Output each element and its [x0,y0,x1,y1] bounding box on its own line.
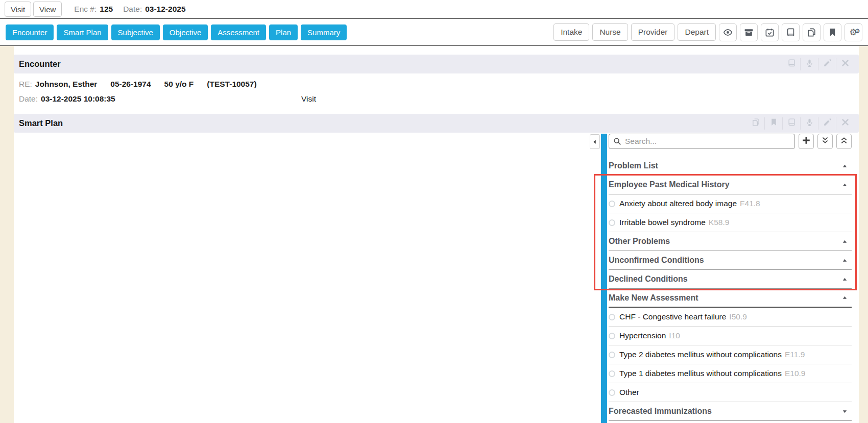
patient-info: RE: Johnson, Esther 05-26-1974 50 y/o F … [14,73,859,114]
calendar-check-button[interactable] [761,23,779,41]
book-button[interactable] [782,23,800,41]
search-icon [613,137,621,145]
section-header-unconfirmed-conditions[interactable]: Unconfirmed Conditions [609,251,852,270]
encounter-date: Date: 03-12-2025 [123,5,185,14]
close-button[interactable] [836,58,854,70]
calendar-check-icon [765,28,775,37]
copy-button[interactable] [803,23,821,41]
search-input[interactable] [609,134,795,149]
list-item-type-2-diabetes-mellitus-without-complications[interactable]: Type 2 diabetes mellitus without complic… [609,345,852,364]
item-code: I10 [669,331,680,340]
radio-circle-icon[interactable] [609,333,615,339]
enc-number-label: Enc #: [74,5,97,14]
list-item-chf-congestive-heart-failure[interactable]: CHF - Congestive heart failure I50.9 [609,308,852,327]
microphone-button[interactable] [800,117,818,130]
section-header-declined-conditions[interactable]: Declined Conditions [609,270,852,289]
section-header-label: Unconfirmed Conditions [609,256,704,265]
copy-button[interactable] [747,117,764,130]
stage-buttons: IntakeNurseProviderDepart [553,23,716,41]
smart-plan-title: Smart Plan [19,118,63,128]
pencil-button[interactable] [818,117,836,130]
triangle-up-icon[interactable] [842,277,848,282]
collapse-all-button[interactable] [836,134,852,149]
triangle-up-icon[interactable] [842,258,848,263]
item-label: Type 1 diabetes mellitus without complic… [619,369,782,378]
encounter-toolbar [783,58,854,70]
bookmark-icon [828,28,837,37]
panel-collapse-button[interactable] [590,134,600,149]
depart-button[interactable]: Depart [678,23,716,41]
view-button[interactable]: View [33,2,62,17]
microphone-button[interactable] [800,58,818,70]
radio-circle-icon[interactable] [609,352,615,358]
tab-encounter[interactable]: Encounter [6,24,54,40]
radio-circle-icon[interactable] [609,201,615,207]
item-label: Other [619,388,639,397]
section-header-forecasted-immunizations[interactable]: Forecasted Immunizations [609,402,852,421]
tab-smart-plan[interactable]: Smart Plan [57,24,108,40]
triangle-up-icon[interactable] [842,295,848,301]
section-header-label: Forecasted Immunizations [609,407,712,416]
double-chevron-down-icon [821,136,829,146]
copy-icon [752,118,760,129]
problem-side-panel: Problem List Employee Past Medical Histo… [590,134,852,423]
triangle-down-icon[interactable] [842,409,848,414]
radio-circle-icon[interactable] [609,370,615,377]
smart-plan-body: Problem List Employee Past Medical Histo… [14,133,859,423]
pencil-icon [823,118,832,129]
visit-button[interactable]: Visit [5,2,31,17]
gears-button[interactable]: ⚙⚙ [845,23,862,41]
pencil-button[interactable] [818,58,836,70]
bookmark-button[interactable] [764,117,782,130]
list-item-anxiety-about-altered-body-image[interactable]: Anxiety about altered body image F41.8 [609,194,852,213]
re-label: RE: [19,80,32,89]
section-header-employee-past-medical-history[interactable]: Employee Past Medical History [609,176,852,194]
item-label: Irritable bowel syndrome [619,218,706,227]
bookmark-icon [769,118,778,129]
panel-toolbar [609,134,852,149]
nurse-button[interactable]: Nurse [592,23,628,41]
tab-plan[interactable]: Plan [269,24,298,40]
encounter-datetime: 03-12-2025 10:08:35 [41,94,115,104]
bookmark-button[interactable] [824,23,841,41]
add-problem-button[interactable] [799,134,814,149]
provider-button[interactable]: Provider [631,23,675,41]
section-header-make-new-assessment[interactable]: Make New Assessment [609,289,852,308]
top-bar: Visit View Enc #: 125 Date: 03-12-2025 [0,0,868,19]
radio-circle-icon[interactable] [609,219,615,226]
triangle-up-icon[interactable] [842,239,848,244]
close-icon [841,59,850,69]
tab-objective[interactable]: Objective [163,24,208,40]
section-header-label: Employee Past Medical History [609,180,730,189]
section-header-problem-list[interactable]: Problem List [609,157,852,176]
expand-all-button[interactable] [817,134,833,149]
tab-assessment[interactable]: Assessment [211,24,266,40]
triangle-up-icon[interactable] [842,163,848,169]
triangle-left-icon [592,137,597,146]
intake-button[interactable]: Intake [553,23,589,41]
list-item-irritable-bowel-syndrome[interactable]: Irritable bowel syndrome K58.9 [609,213,852,232]
enc-date-value: 03-12-2025 [145,5,185,14]
triangle-up-icon[interactable] [842,182,848,188]
close-button[interactable] [836,117,854,130]
list-item-hypertension[interactable]: Hypertension I10 [609,327,852,345]
list-item-other[interactable]: Other [609,383,852,402]
book-icon [787,118,796,129]
item-code: K58.9 [709,218,730,227]
eye-button[interactable] [719,23,737,41]
problem-list: Problem List Employee Past Medical Histo… [609,157,852,421]
book-button[interactable] [783,58,800,70]
list-item-type-1-diabetes-mellitus-without-complications[interactable]: Type 1 diabetes mellitus without complic… [609,364,852,383]
book-icon [786,28,795,37]
book-button[interactable] [782,117,800,130]
tab-subjective[interactable]: Subjective [111,24,160,40]
item-code: I50.9 [729,312,746,321]
tab-summary[interactable]: Summary [301,24,347,40]
archive-button[interactable] [740,23,758,41]
panel-blue-stripe [601,134,607,423]
archive-icon [744,28,754,37]
section-header-other-problems[interactable]: Other Problems [609,232,852,251]
radio-circle-icon[interactable] [609,314,615,320]
radio-circle-icon[interactable] [609,389,615,396]
search-field-wrap [609,134,795,149]
